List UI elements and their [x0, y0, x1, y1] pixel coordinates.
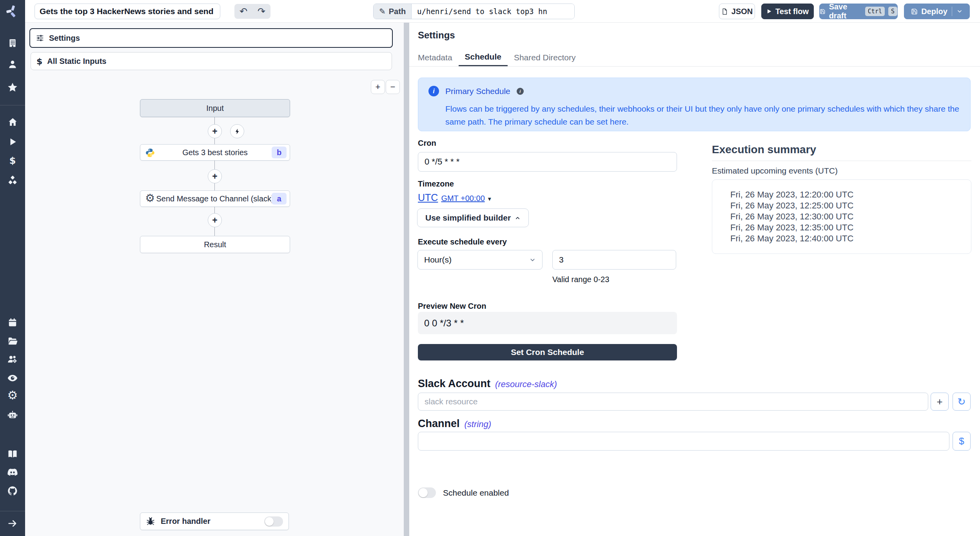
deploy-button[interactable]: Deploy — [904, 4, 970, 19]
interval-value-input[interactable] — [552, 250, 676, 270]
tab-metadata[interactable]: Metadata — [412, 49, 459, 66]
error-handler-toggle[interactable] — [264, 516, 283, 527]
trigger-bolt-button[interactable] — [230, 124, 244, 138]
flow-node-result[interactable]: Result — [140, 236, 290, 253]
pencil-icon: ✎ — [379, 7, 386, 16]
step-badge-a: a — [272, 193, 287, 205]
zoom-out-button[interactable]: − — [386, 80, 400, 94]
discord-icon[interactable] — [0, 465, 25, 479]
channel-type: (string) — [465, 419, 491, 429]
kbd-s: S — [888, 7, 897, 16]
kbd-ctrl: Ctrl — [865, 7, 885, 16]
event-row: Fri, 26 May 2023, 12:20:00 UTC — [730, 189, 971, 200]
undo-icon[interactable]: ↶ — [240, 6, 247, 17]
settings-panel: Settings Metadata Schedule Shared Direct… — [409, 23, 980, 536]
valid-range-hint: Valid range 0-23 — [552, 275, 609, 284]
info-icon: i — [428, 86, 439, 96]
schedule-enabled-label: Schedule enabled — [443, 488, 509, 498]
set-cron-schedule-button[interactable]: Set Cron Schedule — [418, 344, 677, 360]
refresh-resource-button[interactable]: ↻ — [953, 393, 971, 411]
expand-arrow-icon[interactable] — [0, 517, 25, 530]
panel-title: Settings — [418, 30, 455, 41]
summary-subtitle: Estimated upcoming events (UTC) — [712, 166, 838, 176]
windmill-logo-icon — [6, 5, 19, 18]
event-row: Fri, 26 May 2023, 12:35:00 UTC — [730, 222, 971, 233]
simplified-builder-button[interactable]: Use simplified builder — [417, 208, 529, 227]
flow-node-step-a[interactable]: ⚙ Send Message to Channel (slack) a — [140, 190, 290, 207]
add-step-button[interactable]: + — [208, 124, 222, 138]
schedule-enabled-toggle[interactable] — [418, 487, 436, 498]
json-button[interactable]: JSON — [719, 4, 755, 19]
summary-divider — [712, 161, 971, 161]
sidebar-divider — [0, 511, 25, 511]
cron-input[interactable] — [418, 152, 677, 172]
channel-label: Channel — [418, 418, 460, 430]
static-inputs-button[interactable]: $ All Static Inputs — [31, 52, 392, 70]
gear-icon: ⚙ — [145, 192, 155, 205]
error-handler-node[interactable]: Error handler — [140, 512, 289, 530]
deploy-divider — [952, 7, 952, 16]
chevron-down-icon[interactable] — [956, 8, 963, 14]
workspace-icon[interactable] — [0, 36, 25, 50]
variables-dollar-icon[interactable]: $ — [0, 154, 25, 167]
add-step-button[interactable]: + — [208, 213, 222, 227]
execution-summary-title: Execution summary — [712, 143, 816, 156]
favorites-star-icon[interactable] — [0, 81, 25, 94]
slack-resource-input[interactable] — [418, 393, 928, 411]
add-step-button[interactable]: + — [208, 169, 222, 183]
play-icon — [766, 9, 772, 14]
timezone-select[interactable]: UTC GMT +00:00 ▾ — [418, 192, 491, 203]
zoom-in-button[interactable]: + — [371, 80, 385, 94]
preview-cron-label: Preview New Cron — [418, 302, 486, 311]
user-icon[interactable] — [0, 58, 25, 71]
event-row: Fri, 26 May 2023, 12:25:00 UTC — [730, 200, 971, 211]
chevron-up-icon — [515, 215, 521, 221]
path-label: Path — [389, 7, 406, 16]
bug-icon — [146, 517, 155, 526]
primary-schedule-info: i Primary Schedule i Flows can be trigge… — [418, 78, 971, 131]
audit-eye-icon[interactable] — [0, 371, 25, 385]
info-small-icon[interactable]: i — [517, 88, 524, 95]
github-icon[interactable] — [0, 484, 25, 498]
save-draft-button[interactable]: Save draft Ctrl S — [819, 4, 898, 19]
add-resource-button[interactable]: + — [931, 393, 949, 411]
execute-every-label: Execute schedule every — [418, 237, 507, 246]
redo-icon[interactable]: ↷ — [258, 6, 265, 17]
flow-title-input[interactable] — [34, 4, 220, 19]
resources-cubes-icon[interactable] — [0, 174, 25, 187]
flow-node-input[interactable]: Input — [140, 99, 290, 117]
home-icon[interactable] — [0, 115, 25, 129]
dollar-icon: $ — [959, 436, 964, 447]
schedules-calendar-icon[interactable] — [0, 316, 25, 329]
folders-icon[interactable] — [0, 334, 25, 348]
topbar: ↶ ↷ ✎ Path JSON Test flow Save draft Ctr… — [25, 0, 980, 23]
svg-text:$: $ — [9, 156, 16, 166]
cron-label: Cron — [418, 139, 436, 148]
path-input[interactable] — [412, 4, 574, 19]
insert-variable-button[interactable]: $ — [953, 432, 971, 451]
docs-book-icon[interactable] — [0, 447, 25, 461]
channel-input[interactable] — [418, 432, 949, 451]
runs-play-icon[interactable] — [0, 135, 25, 148]
tab-schedule[interactable]: Schedule — [459, 49, 508, 66]
tab-shared-directory[interactable]: Shared Directory — [508, 49, 582, 66]
path-chip[interactable]: ✎ Path — [374, 4, 412, 19]
workers-robot-icon[interactable] — [0, 408, 25, 422]
test-flow-button[interactable]: Test flow — [761, 4, 814, 19]
step-badge-b: b — [272, 147, 287, 158]
timezone-label: Timezone — [418, 179, 454, 188]
settings-gear-icon[interactable]: ⚙ — [0, 389, 25, 402]
caret-down-icon: ▾ — [488, 195, 491, 203]
windmill-logo[interactable] — [0, 5, 25, 18]
event-row: Fri, 26 May 2023, 12:30:00 UTC — [730, 211, 971, 222]
slack-account-type: (resource-slack) — [495, 379, 557, 389]
settings-tabs: Metadata Schedule Shared Directory — [409, 49, 980, 67]
preview-cron-input — [418, 312, 677, 334]
groups-icon[interactable] — [0, 353, 25, 366]
slack-account-label: Slack Account — [418, 378, 490, 390]
flow-node-step-b[interactable]: Gets 3 best stories b — [140, 144, 290, 161]
info-title: Primary Schedule — [445, 87, 510, 96]
interval-unit-select[interactable]: Hour(s) — [417, 250, 543, 270]
flow-scrollbar[interactable] — [404, 23, 409, 536]
flow-settings-button[interactable]: Settings — [29, 28, 393, 48]
